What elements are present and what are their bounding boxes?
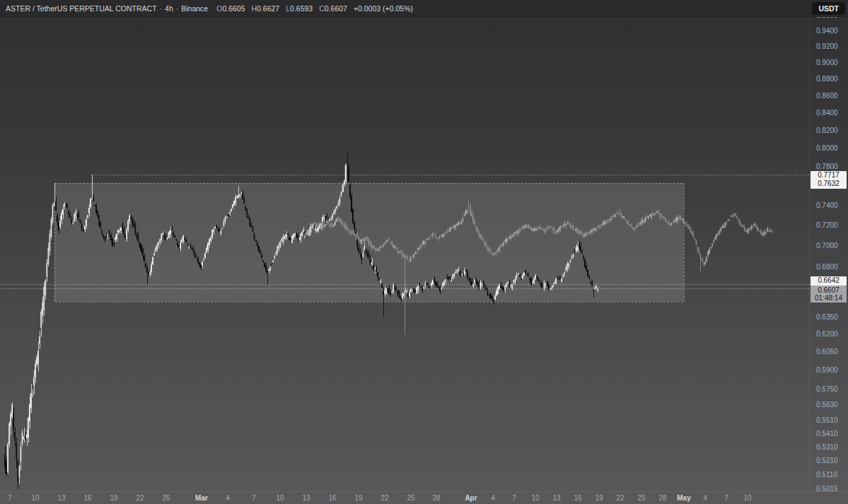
time-axis-label: 25: [162, 494, 170, 502]
time-axis-label: 19: [354, 494, 362, 502]
price-tick-label: 0.7800: [816, 163, 838, 171]
time-axis-label: 16: [83, 494, 91, 502]
price-level-label: 0.6642: [811, 276, 847, 286]
time-axis-label: 10: [743, 494, 751, 502]
time-axis-month-label: Apr: [465, 494, 477, 502]
time-axis-label: 4: [491, 494, 495, 502]
time-axis-label: 10: [531, 494, 539, 502]
time-axis-label: 19: [595, 494, 603, 502]
time-axis-label: 28: [658, 494, 666, 502]
price-tick-label: 0.8800: [816, 75, 838, 83]
countdown-timer: 01:48:14: [811, 294, 847, 302]
interval-label[interactable]: 4h: [165, 4, 173, 13]
time-axis-month-label: Mar: [195, 494, 208, 502]
current-price-value: 0.6607: [811, 286, 847, 294]
ohlc-item: L0.6593: [286, 4, 313, 13]
ohlc-item: H0.6627: [252, 4, 280, 13]
price-tick-label: 0.6800: [816, 263, 838, 271]
ohlc-values: O0.6605H0.6627L0.6593C0.6607+0.0003 (+0.…: [216, 4, 419, 13]
price-tick-label: 0.5310: [816, 443, 838, 452]
price-tick-label: 0.5410: [816, 430, 838, 438]
time-axis-label: 7: [8, 494, 12, 502]
time-axis-label: 7: [512, 494, 516, 502]
price-tick-label: 0.8000: [816, 144, 838, 153]
time-axis-label: 22: [616, 494, 624, 502]
time-axis-label: 7: [252, 494, 256, 502]
exchange-label: Binance: [181, 4, 208, 13]
price-tick-label: 0.9200: [816, 42, 838, 51]
price-tick-label: 0.6200: [816, 330, 838, 339]
price-axis[interactable]: 0.96000.94000.92000.90000.88000.86000.84…: [809, 17, 848, 491]
price-tick-label: 0.9000: [816, 59, 838, 67]
trading-chart-app: ASTER / TetherUS PERPETUAL CONTRACT · 4h…: [0, 0, 848, 504]
price-tick-label: 0.5110: [816, 471, 837, 479]
time-axis-label: 13: [552, 494, 560, 502]
time-axis-label: 13: [302, 494, 310, 502]
time-axis-label: 4: [703, 494, 707, 502]
time-axis-month-label: May: [677, 494, 690, 502]
price-tick-label: 0.5630: [816, 401, 838, 409]
time-axis-label: 16: [328, 494, 336, 502]
time-axis-label: 13: [57, 494, 65, 502]
change-value: +0.0003 (+0.05%): [354, 4, 413, 13]
time-axis-label: 10: [31, 494, 39, 502]
separator-dot: ·: [160, 4, 163, 13]
time-axis-label: 19: [110, 494, 117, 502]
time-axis-label: 25: [637, 494, 645, 502]
price-tick-label: 0.6050: [816, 348, 838, 356]
ohlc-item: C0.6607: [319, 4, 347, 13]
time-axis-label: 7: [724, 494, 728, 502]
time-axis-label: 10: [276, 494, 284, 502]
price-tick-label: 0.8400: [816, 109, 838, 117]
separator-dot: ·: [176, 4, 179, 13]
price-tick-label: 0.9400: [816, 27, 838, 35]
price-tick-label: 0.8600: [816, 92, 838, 100]
price-tick-label: 0.7000: [816, 242, 838, 250]
candlestick-canvas[interactable]: [0, 17, 809, 491]
time-axis-label: 22: [136, 494, 144, 502]
time-axis-label: 25: [407, 494, 414, 502]
time-axis-label: 16: [574, 494, 581, 502]
price-tick-label: 0.6350: [816, 313, 838, 322]
price-tick-label: 0.7200: [816, 221, 838, 230]
time-axis[interactable]: 7101316192225Mar4710131619222528Apr47101…: [0, 491, 848, 504]
price-tick-label: 0.5510: [816, 416, 838, 425]
currency-toggle-button[interactable]: USDT: [812, 2, 845, 15]
time-axis-label: 4: [226, 494, 230, 502]
symbol-title[interactable]: ASTER / TetherUS PERPETUAL CONTRACT: [6, 4, 157, 13]
price-tick-label: 0.7400: [816, 201, 838, 210]
price-tick-label: 0.5750: [816, 385, 838, 394]
current-price-label: 0.660701:48:14: [811, 286, 847, 303]
time-axis-label: 22: [381, 494, 388, 502]
time-axis-label: 28: [432, 494, 440, 502]
price-tick-label: 0.5900: [816, 366, 838, 375]
price-level-label: 0.7632: [811, 180, 847, 189]
plot-area[interactable]: [0, 17, 809, 491]
chart-header: ASTER / TetherUS PERPETUAL CONTRACT · 4h…: [0, 0, 848, 17]
ohlc-item: O0.6605: [216, 4, 245, 13]
price-tick-label: 0.8200: [816, 127, 838, 135]
price-tick-label: 0.5210: [816, 457, 838, 465]
